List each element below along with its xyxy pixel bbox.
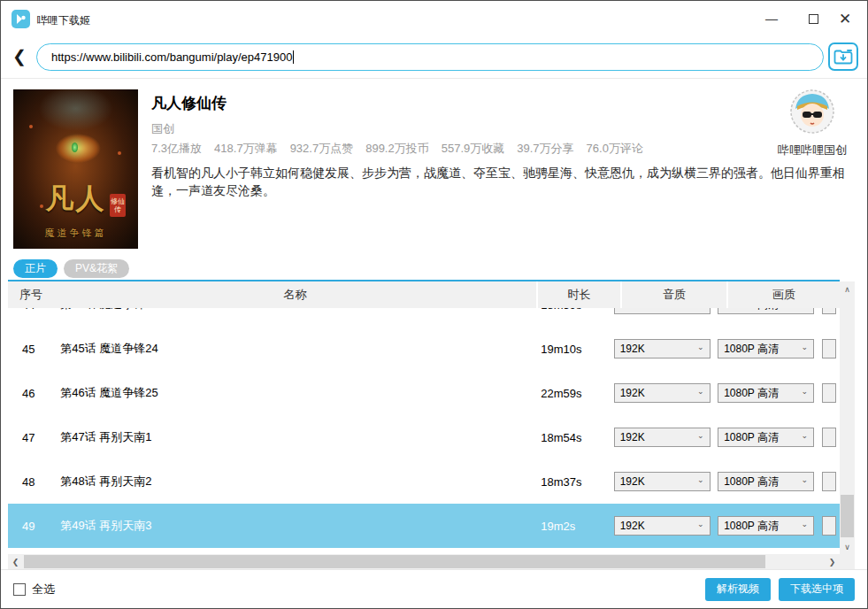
header-video-quality: 画质	[726, 281, 840, 308]
row-title: 第44话 魔道争锋23	[53, 308, 525, 312]
audio-quality-value: 192K	[620, 475, 645, 488]
table-row[interactable]: 47 第47话 再别天南1 18m54s 192K ⌄ 1080P 高清 ⌄	[8, 415, 840, 459]
video-quality-value: 1080P 高清	[724, 519, 779, 534]
stat-plays: 7.3亿播放	[151, 142, 202, 155]
cutoff-select[interactable]	[822, 308, 836, 314]
audio-quality-select[interactable]: 192K ⌄	[614, 516, 711, 536]
audio-quality-select[interactable]: 192K ⌄	[614, 308, 711, 314]
row-number: 45	[8, 343, 53, 356]
audio-quality-select[interactable]: 192K ⌄	[614, 472, 711, 491]
stat-likes: 932.7万点赞	[290, 142, 354, 155]
cutoff-select[interactable]	[822, 339, 836, 358]
video-quality-select[interactable]: 1080P 高清 ⌄	[718, 472, 814, 491]
chevron-down-icon: ⌄	[802, 520, 809, 528]
audio-quality-select[interactable]: 192K ⌄	[614, 428, 711, 447]
chevron-down-icon: ⌄	[802, 475, 809, 484]
table-header: 序号 名称 时长 音质 画质	[8, 281, 840, 308]
select-all-label: 全选	[32, 582, 55, 597]
scroll-right-arrow-icon[interactable]: ❯	[825, 554, 840, 569]
tab-pv-extras[interactable]: PV&花絮	[64, 259, 129, 278]
download-selected-button[interactable]: 下载选中项	[779, 578, 855, 601]
scrollbar-corner	[840, 554, 855, 569]
table-row[interactable]: 48 第48话 再别天南2 18m37s 192K ⌄ 1080P 高清 ⌄	[8, 459, 840, 504]
maximize-button[interactable]	[802, 8, 825, 29]
table-row[interactable]: 46 第46话 魔道争锋25 22m59s 192K ⌄ 1080P 高清 ⌄	[8, 371, 840, 415]
uploader-block: 哔哩哔哩国创	[770, 88, 855, 158]
header-audio-quality: 音质	[620, 281, 726, 308]
scroll-left-arrow-icon[interactable]: ❮	[8, 554, 23, 569]
cover-glow-orb	[72, 143, 78, 152]
uploader-avatar	[788, 88, 836, 137]
video-quality-value: 1080P 高清	[724, 474, 779, 490]
video-stats: 7.3亿播放418.7万弹幕932.7万点赞899.2万投币557.9万收藏39…	[151, 141, 656, 157]
scroll-up-arrow-icon[interactable]: ∧	[840, 281, 855, 297]
cutoff-select[interactable]	[822, 516, 836, 536]
cover-seal-stamp: 修仙传	[110, 194, 126, 217]
row-title: 第48话 再别天南2	[53, 474, 525, 490]
video-quality-select[interactable]: 1080P 高清 ⌄	[718, 339, 814, 358]
cutoff-select[interactable]	[822, 383, 836, 403]
uploader-name: 哔哩哔哩国创	[770, 143, 855, 158]
stat-coins: 899.2万投币	[365, 142, 429, 155]
video-quality-select[interactable]: 1080P 高清 ⌄	[718, 428, 814, 447]
video-quality-select[interactable]: 1080P 高清 ⌄	[718, 383, 814, 403]
chevron-down-icon: ⌄	[802, 387, 809, 396]
url-input[interactable]: https://www.bilibili.com/bangumi/play/ep…	[36, 43, 824, 71]
video-info-section: 凡人 修仙传 魔道争锋篇 凡人修仙传 国创 7.3亿播放418.7万弹幕932.…	[1, 86, 867, 256]
download-folder-button[interactable]	[828, 42, 858, 71]
row-duration: 19m2s	[525, 520, 607, 533]
minimize-button[interactable]: —	[760, 8, 783, 29]
cutoff-column	[822, 516, 840, 536]
vertical-scroll-thumb[interactable]	[841, 495, 854, 537]
audio-quality-select[interactable]: 192K ⌄	[614, 383, 711, 403]
row-duration: 18m37s	[525, 475, 607, 489]
tab-main-episodes[interactable]: 正片	[13, 259, 58, 278]
maximize-icon	[809, 14, 818, 24]
chevron-down-icon: ⌄	[697, 520, 704, 528]
row-title: 第46话 魔道争锋25	[53, 385, 525, 401]
video-quality-select[interactable]: 1080P 高清 ⌄	[718, 516, 814, 536]
video-quality-value: 1080P 高清	[724, 386, 779, 401]
cutoff-select[interactable]	[822, 472, 836, 491]
cover-subtitle-text: 魔道争锋篇	[13, 227, 138, 240]
chevron-down-icon: ⌄	[802, 431, 809, 440]
title-bar: 哔哩下载姬 — ✕	[1, 1, 867, 36]
select-all-checkbox[interactable]	[13, 583, 26, 596]
parse-video-button[interactable]: 解析视频	[705, 578, 771, 601]
cover-spark	[29, 125, 33, 128]
vertical-scrollbar[interactable]: ∧ ∨	[840, 281, 855, 554]
cutoff-column	[822, 383, 840, 403]
cutoff-column	[822, 472, 840, 491]
row-title: 第47话 再别天南1	[53, 429, 525, 445]
select-all-group[interactable]: 全选	[13, 582, 55, 597]
header-name: 名称	[54, 281, 536, 308]
nav-bar: ❮ https://www.bilibili.com/bangumi/play/…	[1, 36, 867, 79]
scroll-down-arrow-icon[interactable]: ∨	[840, 539, 855, 554]
table-row[interactable]: 49 第49话 再别天南3 19m2s 192K ⌄ 1080P 高清 ⌄	[8, 504, 840, 548]
row-duration: 22m59s	[525, 387, 607, 400]
audio-quality-select[interactable]: 192K ⌄	[614, 339, 711, 358]
chevron-down-icon: ⌄	[697, 475, 704, 484]
audio-quality-value: 192K	[620, 343, 645, 355]
horizontal-scrollbar[interactable]: ❮ ❯	[8, 554, 840, 569]
row-duration: 19m10s	[525, 343, 607, 356]
cutoff-column	[822, 339, 840, 358]
row-duration: 18m59s	[525, 308, 607, 312]
stat-shares: 39.7万分享	[517, 142, 573, 155]
header-duration: 时长	[536, 281, 620, 308]
cutoff-select[interactable]	[822, 428, 836, 447]
cutoff-column	[822, 308, 840, 314]
header-number: 序号	[8, 281, 54, 308]
table-row[interactable]: 44 第44话 魔道争锋23 18m59s 192K ⌄ 1080P 高清 ⌄	[8, 308, 840, 327]
audio-quality-value: 192K	[620, 387, 645, 399]
section-tabs: 正片 PV&花絮	[13, 259, 129, 279]
audio-quality-value: 192K	[620, 520, 645, 532]
video-quality-select[interactable]: 1080P 高清 ⌄	[718, 308, 814, 314]
close-button[interactable]: ✕	[833, 8, 856, 29]
video-category: 国创	[151, 121, 174, 137]
horizontal-scroll-thumb[interactable]	[24, 555, 765, 568]
back-button[interactable]: ❮	[12, 46, 27, 66]
table-row[interactable]: 45 第45话 魔道争锋24 19m10s 192K ⌄ 1080P 高清 ⌄	[8, 327, 840, 371]
cover-spark	[118, 151, 121, 155]
stat-comments: 76.0万评论	[587, 142, 643, 155]
